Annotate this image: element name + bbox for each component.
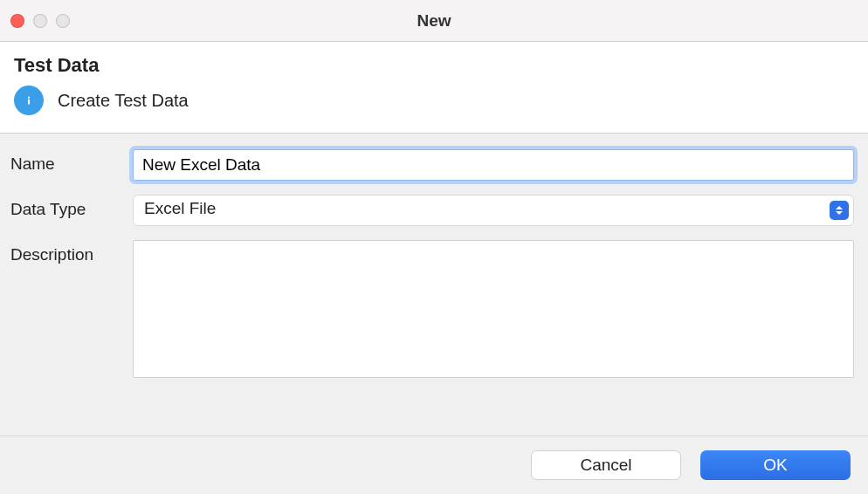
- dialog-title: Test Data: [14, 54, 854, 77]
- data-type-label: Data Type: [10, 195, 133, 219]
- close-icon[interactable]: [10, 14, 24, 28]
- data-type-select[interactable]: Excel File: [133, 195, 854, 226]
- dialog-subtitle: Create Test Data: [58, 91, 189, 111]
- name-input[interactable]: [133, 149, 854, 181]
- window-title: New: [0, 11, 868, 31]
- window-controls: [10, 14, 70, 28]
- ok-button[interactable]: OK: [700, 450, 851, 480]
- data-type-row: Data Type Excel File: [10, 195, 858, 226]
- description-input[interactable]: [133, 240, 854, 378]
- form-area: Name Data Type Excel File Description: [0, 134, 868, 411]
- description-label: Description: [10, 240, 133, 264]
- svg-point-0: [28, 97, 30, 99]
- dialog-subtitle-row: Create Test Data: [14, 86, 854, 115]
- maximize-icon[interactable]: [56, 14, 70, 28]
- titlebar: New: [0, 0, 868, 42]
- minimize-icon[interactable]: [33, 14, 47, 28]
- cancel-button[interactable]: Cancel: [531, 450, 681, 480]
- name-label: Name: [10, 149, 133, 174]
- info-icon: [14, 86, 44, 115]
- dialog-header: Test Data Create Test Data: [0, 42, 868, 134]
- svg-rect-1: [28, 99, 30, 105]
- dialog-footer: Cancel OK: [0, 436, 868, 494]
- name-row: Name: [10, 149, 858, 181]
- description-row: Description: [10, 240, 858, 381]
